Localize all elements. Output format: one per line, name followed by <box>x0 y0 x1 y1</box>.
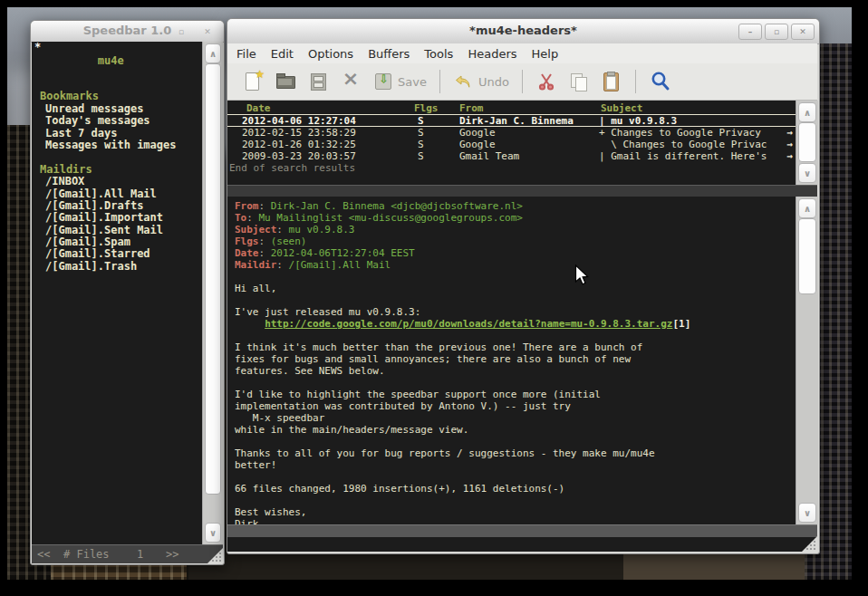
link-footnote: [1] <box>672 318 690 330</box>
mu4e-headers-buffer: Date Flgs From Subject 2012-04-06 12:27:… <box>227 101 796 187</box>
column-from[interactable]: From <box>459 102 484 114</box>
resize-grip[interactable] <box>802 536 817 552</box>
mu4e-title: *mu4e-headers* <box>227 24 819 37</box>
speedbar-maildir-item[interactable]: /[Gmail].Sent Mail <box>32 225 202 236</box>
speedbar-titlebar[interactable]: Speedbar 1.0 – ▫ ✕ <box>31 21 224 43</box>
chevron-down-icon: ∨ <box>804 168 811 178</box>
column-flags[interactable]: Flgs <box>414 102 439 114</box>
echo-area[interactable] <box>227 537 817 552</box>
dired-button[interactable] <box>307 71 329 92</box>
scroll-up-button[interactable]: ∧ <box>798 102 816 122</box>
scroll-up-button[interactable]: ∧ <box>798 198 816 218</box>
scrollbar-thumb[interactable] <box>205 63 221 495</box>
speedbar-maildir-item[interactable]: /[Gmail].Trash <box>32 261 202 273</box>
speedbar-maildir-item[interactable]: /[Gmail].Starred <box>32 248 202 260</box>
copy-button[interactable] <box>568 71 590 92</box>
body-line <box>235 471 796 483</box>
menu-item[interactable]: Headers <box>468 47 516 61</box>
speedbar-maildir-item[interactable]: /[Gmail].Drafts <box>32 200 202 212</box>
truncation-arrow-icon: → <box>786 150 793 162</box>
undo-button[interactable]: Undo <box>453 71 509 92</box>
scrollbar-thumb[interactable] <box>798 122 816 162</box>
column-date[interactable]: Date <box>246 102 271 114</box>
open-file-button[interactable] <box>275 71 296 92</box>
column-subject[interactable]: Subject <box>601 102 642 114</box>
new-file-button[interactable]: ★ <box>242 71 264 92</box>
speedbar-bookmark-item[interactable]: Last 7 days <box>32 128 202 139</box>
close-button[interactable]: ✕ <box>196 24 219 40</box>
message-header-field: Maildir: /[Gmail].All Mail <box>235 259 796 271</box>
body-line: Dirk. <box>235 518 796 524</box>
body-line <box>235 294 796 306</box>
menu-bar: FileEditOptionsBuffersToolsHeadersHelp <box>227 43 817 63</box>
menu-item[interactable]: Buffers <box>368 47 410 61</box>
menu-item[interactable]: Edit <box>271 47 294 61</box>
maximize-button[interactable]: ▫ <box>169 24 193 40</box>
chevron-up-icon: ∧ <box>804 204 811 214</box>
body-line <box>235 377 796 389</box>
speedbar-buffer: *mu4e Bookmarks Unread messagesToday's m… <box>32 42 202 546</box>
save-icon <box>375 73 391 90</box>
menu-item[interactable]: Options <box>308 47 353 61</box>
speedbar-bookmark-item[interactable]: Today's messages <box>32 115 202 127</box>
body-line: better! <box>235 459 796 471</box>
body-line <box>235 436 796 447</box>
truncation-arrow-icon: → <box>786 127 793 139</box>
body-line: features. See NEWS below. <box>235 365 796 377</box>
speedbar-scrollbar[interactable]: ∧ ∨ <box>202 42 223 544</box>
view-modeline: U:%*- *mu4e-view* Top L1 (mu4e:view) <box>227 524 817 538</box>
menu-item[interactable]: Tools <box>424 47 453 61</box>
speedbar-count: 1 <box>137 548 143 561</box>
speedbar-mode-label[interactable]: # Files <box>63 548 110 561</box>
header-row[interactable]: 2012-02-15 23:58:29 S Google + Changes t… <box>227 127 796 139</box>
magnifier-icon <box>649 70 672 93</box>
save-button[interactable]: Save <box>372 71 427 92</box>
speedbar-maildir-item[interactable]: /[Gmail].All Mail <box>32 188 202 200</box>
folder-icon <box>276 76 295 89</box>
speedbar-maildir-item[interactable]: /[Gmail].Important <box>32 212 202 224</box>
speedbar-bookmark-item[interactable]: Messages with images <box>32 139 202 151</box>
scrollbar-thumb[interactable] <box>798 218 816 294</box>
body-line <box>235 330 796 341</box>
cut-button[interactable] <box>535 71 557 92</box>
maximize-button[interactable]: ▫ <box>765 24 788 40</box>
body-link-line: http://code.google.com/p/mu0/downloads/d… <box>235 318 796 330</box>
header-row[interactable]: 2009-03-23 20:03:57 S Gmail Team | Gmail… <box>227 150 796 162</box>
chevron-up-icon: ∧ <box>209 49 217 59</box>
scroll-down-button[interactable]: ∨ <box>798 163 816 183</box>
speedbar-maildir-item[interactable]: /INBOX <box>32 176 202 187</box>
speedbar-root[interactable]: *mu4e <box>32 43 202 79</box>
speedbar-maildir-item[interactable]: /[Gmail].Spam <box>32 236 202 248</box>
resize-grip[interactable] <box>207 548 223 563</box>
search-button[interactable] <box>649 70 672 93</box>
download-link[interactable]: http://code.google.com/p/mu0/downloads/d… <box>265 318 672 330</box>
star-icon: ★ <box>255 68 265 81</box>
scroll-down-button[interactable]: ∨ <box>798 503 816 523</box>
header-row[interactable]: 2012-01-26 01:32:25 S Google \ Changes t… <box>227 139 796 150</box>
truncation-arrow-icon: → <box>786 139 793 150</box>
scroll-up-button[interactable]: ∧ <box>205 43 221 63</box>
minimize-button[interactable]: – <box>738 24 762 40</box>
speedbar-next-button[interactable]: >> <box>166 548 178 561</box>
speedbar-bookmark-item[interactable]: Unread messages <box>32 103 202 115</box>
scissors-icon <box>535 71 557 92</box>
paste-button[interactable] <box>601 71 622 92</box>
menu-item[interactable]: Help <box>532 47 559 61</box>
header-row[interactable]: 2012-04-06 12:27:04 S Dirk-Jan C. Binnem… <box>227 114 796 127</box>
close-button[interactable]: ✕ <box>791 24 815 40</box>
desktop: Speedbar 1.0 – ▫ ✕ *mu4e Bookmarks Unrea… <box>0 0 868 596</box>
scroll-down-button[interactable]: ∨ <box>205 523 221 543</box>
speedbar-prev-button[interactable]: << <box>37 548 50 561</box>
headers-scrollbar[interactable]: ∧ ∨ <box>796 101 818 185</box>
message-body-continued: I think it's much better than the previo… <box>235 330 796 524</box>
mu4e-titlebar[interactable]: *mu4e-headers* – ▫ ✕ <box>227 19 819 44</box>
close-buffer-button[interactable]: × <box>340 71 362 92</box>
minimize-button[interactable]: – <box>143 24 167 40</box>
message-header-field: Date: 2012-04-06T12:27:04 EEST <box>235 247 796 259</box>
chevron-up-icon: ∧ <box>804 108 811 118</box>
headers-column-row: Date Flgs From Subject <box>227 102 796 114</box>
menu-item[interactable]: File <box>236 47 256 61</box>
mu4e-view-buffer: From: Dirk-Jan C. Binnema <djcb@djcbsoft… <box>227 197 796 524</box>
view-scrollbar[interactable]: ∧ ∨ <box>796 197 818 524</box>
speedbar-section-bookmarks: Bookmarks <box>32 91 202 102</box>
